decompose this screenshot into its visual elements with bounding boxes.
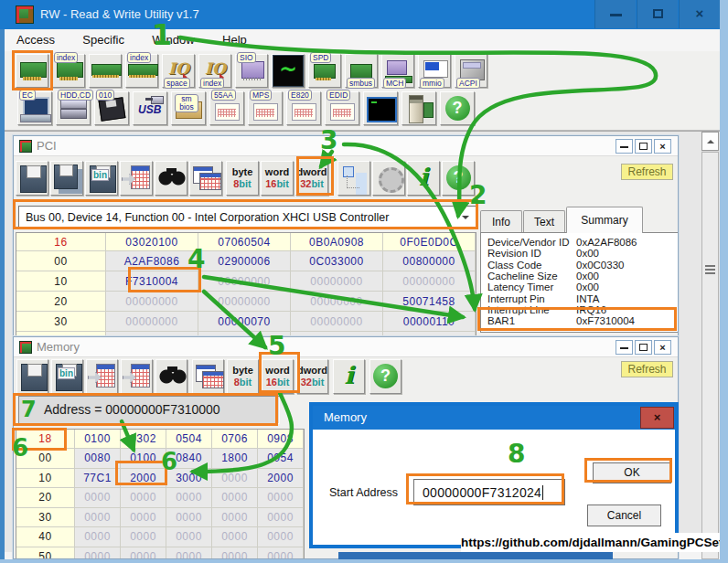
toolbar-smbus-button[interactable]: smbus bbox=[345, 54, 378, 88]
hex-cell[interactable]: 2000 bbox=[121, 469, 166, 489]
toolbar-mbr-55aa-button[interactable]: 55AA bbox=[209, 91, 244, 125]
toolbar-spd-button[interactable]: SPD bbox=[308, 54, 341, 88]
toolbar-acpi-button[interactable]: ACPI bbox=[455, 54, 487, 88]
chevron-down-icon[interactable] bbox=[462, 216, 469, 223]
hex-cell[interactable]: 0000 bbox=[212, 508, 258, 528]
memory-minimize-icon[interactable] bbox=[616, 340, 633, 355]
hex-cell[interactable]: 0000 bbox=[75, 547, 121, 560]
memory-close-icon[interactable]: × bbox=[654, 340, 671, 355]
hex-cell[interactable]: 0000 bbox=[212, 488, 258, 508]
hex-cell[interactable]: 0000 bbox=[212, 469, 258, 489]
hex-cell[interactable]: 0000 bbox=[121, 527, 166, 547]
vertical-scrollbar-thumb[interactable] bbox=[701, 152, 719, 559]
pci-titlebar[interactable]: PCI bbox=[14, 136, 678, 156]
pci-save-all-button[interactable] bbox=[50, 161, 83, 196]
pci-tree-view-button[interactable] bbox=[337, 161, 370, 196]
memory-info-button[interactable]: i bbox=[333, 359, 365, 394]
hex-cell[interactable]: 0000 bbox=[121, 488, 166, 508]
horizontal-scrollbar-thumb[interactable] bbox=[338, 552, 613, 559]
hex-cell[interactable]: 00000000 bbox=[106, 312, 198, 332]
hex-cell[interactable]: 0000 bbox=[258, 488, 304, 508]
hex-cell[interactable]: 0000 bbox=[258, 547, 304, 560]
toolbar-about-help-button[interactable]: ? bbox=[440, 91, 475, 125]
minimize-icon[interactable] bbox=[594, 0, 636, 28]
toolbar-pci-index-button[interactable]: index bbox=[52, 54, 85, 88]
hex-cell[interactable]: 00000000 bbox=[291, 271, 383, 292]
memory-save-bin-button[interactable]: bin bbox=[51, 359, 83, 394]
menu-help[interactable]: Help bbox=[210, 29, 259, 51]
pci-copy-button[interactable] bbox=[120, 161, 153, 196]
toolbar-command-window-button[interactable] bbox=[363, 91, 398, 125]
hex-cell[interactable]: 00000070 bbox=[198, 312, 291, 332]
dialog-close-icon[interactable]: × bbox=[640, 407, 674, 429]
hex-cell[interactable]: 0000 bbox=[121, 508, 166, 528]
hex-cell[interactable]: 0000 bbox=[258, 508, 304, 528]
tab-summary[interactable]: Summary bbox=[566, 207, 643, 233]
toolbar-mps-button[interactable]: MPS bbox=[248, 91, 283, 125]
hex-cell[interactable]: A2AF8086 bbox=[106, 251, 198, 271]
memory-word-16bit-button[interactable]: word16bit bbox=[262, 359, 294, 394]
toolbar-edid-button[interactable]: EDID bbox=[325, 91, 359, 125]
tab-text[interactable]: Text bbox=[523, 210, 565, 233]
hex-cell[interactable]: 0000 bbox=[121, 547, 166, 560]
toolbar-pci-button[interactable] bbox=[16, 54, 48, 88]
memory-refresh-button[interactable]: Refresh bbox=[621, 361, 673, 377]
toolbar-usb-button[interactable]: USB bbox=[133, 91, 167, 125]
toolbar-storage-button[interactable]: HDD,CD bbox=[56, 91, 91, 125]
close-icon[interactable]: × bbox=[679, 0, 720, 28]
hex-cell[interactable]: 0100 bbox=[121, 449, 166, 469]
pci-refresh-button[interactable]: Refresh bbox=[621, 164, 673, 180]
hex-cell[interactable]: 00000110 bbox=[383, 312, 476, 332]
pci-maximize-icon[interactable] bbox=[635, 139, 652, 154]
memory-save-button[interactable] bbox=[16, 359, 48, 394]
hex-cell[interactable]: 00000000 bbox=[198, 271, 291, 292]
hex-cell[interactable]: 0080 bbox=[75, 449, 121, 469]
hex-cell[interactable]: 0000 bbox=[75, 488, 121, 508]
toolbar-io-index-button[interactable]: IOindex bbox=[198, 54, 231, 88]
scroll-up-icon[interactable] bbox=[701, 132, 719, 151]
memory-find-button[interactable] bbox=[155, 359, 187, 394]
hex-cell[interactable]: 0054 bbox=[258, 449, 304, 469]
toolbar-dimm-button[interactable] bbox=[401, 91, 436, 125]
hex-cell[interactable]: 0000 bbox=[75, 508, 121, 528]
dialog-titlebar[interactable]: Memory bbox=[313, 406, 675, 430]
cancel-button[interactable]: Cancel bbox=[587, 505, 661, 526]
toolbar-memory-index-button[interactable]: index bbox=[125, 54, 158, 88]
toolbar-disk-sector-button[interactable]: 010 bbox=[94, 91, 129, 125]
tab-info[interactable]: Info bbox=[480, 210, 522, 233]
hex-cell[interactable]: 0000 bbox=[212, 527, 258, 547]
hex-cell[interactable]: 02900006 bbox=[198, 251, 291, 271]
memory-dword-32bit-button[interactable]: dword32bit bbox=[296, 359, 328, 394]
hex-cell[interactable]: 2000 bbox=[258, 469, 304, 489]
pci-save-bin-button[interactable]: bin bbox=[85, 161, 118, 196]
maximize-icon[interactable] bbox=[637, 0, 678, 28]
start-address-input[interactable]: 00000000F7312024 bbox=[413, 479, 565, 505]
pci-word-16bit-button[interactable]: word16bit bbox=[261, 161, 294, 196]
toolbar-super-io-button[interactable]: SIO bbox=[235, 54, 268, 88]
hex-cell[interactable]: 0000 bbox=[258, 527, 304, 547]
hex-cell[interactable]: F7310004 bbox=[106, 271, 198, 292]
hex-cell[interactable]: 50071458 bbox=[383, 292, 476, 312]
pci-find-button[interactable] bbox=[155, 161, 187, 196]
toolbar-mmio-button[interactable]: mmio bbox=[418, 54, 451, 88]
pci-help-button[interactable]: ? bbox=[442, 161, 475, 196]
memory-layout-button[interactable] bbox=[192, 359, 224, 394]
memory-help-button[interactable]: ? bbox=[369, 359, 401, 394]
toolbar-io-space-button[interactable]: IOspace bbox=[162, 54, 195, 88]
pci-byte-8bit-button[interactable]: byte8bit bbox=[226, 161, 259, 196]
memory-byte-8bit-button[interactable]: byte8bit bbox=[227, 359, 259, 394]
toolbar-ec-button[interactable]: EC bbox=[17, 91, 52, 125]
toolbar-clock-generator-button[interactable]: ~ bbox=[272, 54, 305, 88]
toolbar-memory-button[interactable] bbox=[89, 54, 122, 88]
menu-specific[interactable]: Specific bbox=[70, 29, 136, 51]
memory-maximize-icon[interactable] bbox=[635, 340, 652, 355]
pci-close-icon[interactable]: × bbox=[654, 139, 671, 154]
pci-layout-button[interactable] bbox=[189, 161, 222, 196]
menu-access[interactable]: Access bbox=[5, 29, 67, 51]
hex-cell[interactable]: 0840 bbox=[166, 449, 212, 469]
hex-cell[interactable]: 00000000 bbox=[291, 292, 383, 312]
hex-cell[interactable]: 3000 bbox=[166, 469, 212, 489]
memory-copy-page-button[interactable] bbox=[121, 359, 153, 394]
hex-cell[interactable]: 00000000 bbox=[291, 312, 383, 332]
hex-cell[interactable]: 00000000 bbox=[383, 271, 476, 292]
